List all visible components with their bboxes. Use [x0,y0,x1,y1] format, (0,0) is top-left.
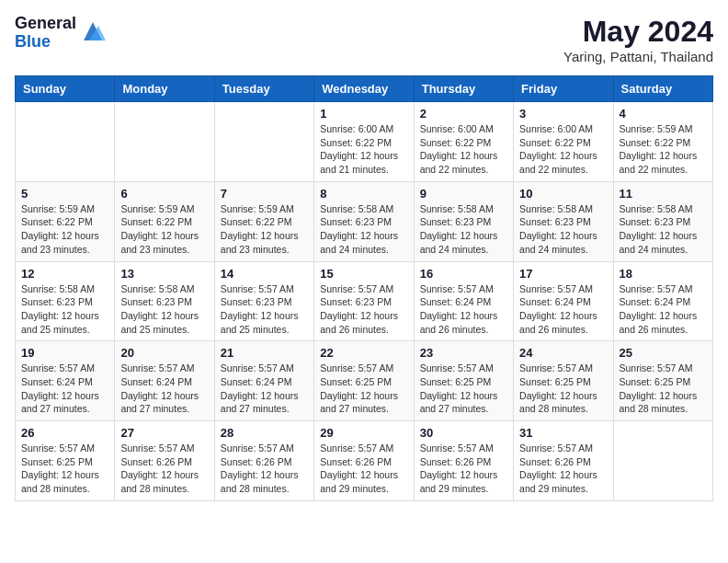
calendar-cell: 31Sunrise: 5:57 AM Sunset: 6:26 PM Dayli… [514,421,613,501]
day-number: 10 [519,187,607,201]
day-number: 2 [420,107,507,121]
weekday-header-monday: Monday [115,76,214,102]
calendar-cell: 28Sunrise: 5:57 AM Sunset: 6:26 PM Dayli… [214,421,313,501]
day-info: Sunrise: 5:57 AM Sunset: 6:24 PM Dayligh… [420,282,507,337]
day-info: Sunrise: 5:57 AM Sunset: 6:25 PM Dayligh… [320,362,407,416]
calendar-week-row: 19Sunrise: 5:57 AM Sunset: 6:24 PM Dayli… [16,341,713,421]
calendar-cell: 4Sunrise: 5:59 AM Sunset: 6:22 PM Daylig… [613,102,712,182]
logo-blue-text: Blue [15,33,76,52]
day-info: Sunrise: 5:57 AM Sunset: 6:24 PM Dayligh… [519,282,607,337]
weekday-header-wednesday: Wednesday [314,76,414,102]
day-info: Sunrise: 5:57 AM Sunset: 6:23 PM Dayligh… [320,282,407,337]
day-number: 22 [320,346,407,360]
day-number: 28 [221,426,308,440]
day-number: 8 [320,187,407,201]
title-section: May 2024 Yaring, Pattani, Thailand [563,15,713,64]
day-number: 14 [221,267,308,281]
calendar-week-row: 1Sunrise: 6:00 AM Sunset: 6:22 PM Daylig… [16,102,713,182]
day-info: Sunrise: 5:57 AM Sunset: 6:26 PM Dayligh… [519,442,607,496]
weekday-header-friday: Friday [514,76,613,102]
day-info: Sunrise: 5:57 AM Sunset: 6:24 PM Dayligh… [221,362,308,416]
day-info: Sunrise: 5:57 AM Sunset: 6:25 PM Dayligh… [620,362,707,416]
calendar-cell [115,102,214,182]
day-info: Sunrise: 5:58 AM Sunset: 6:23 PM Dayligh… [620,202,707,257]
calendar-cell [16,102,115,182]
day-info: Sunrise: 5:58 AM Sunset: 6:23 PM Dayligh… [21,282,108,337]
calendar-cell [214,102,313,182]
calendar-cell: 22Sunrise: 5:57 AM Sunset: 6:25 PM Dayli… [314,341,414,421]
calendar-cell: 21Sunrise: 5:57 AM Sunset: 6:24 PM Dayli… [214,341,313,421]
day-number: 4 [620,107,707,121]
calendar-cell: 10Sunrise: 5:58 AM Sunset: 6:23 PM Dayli… [514,181,613,261]
day-number: 15 [320,267,407,281]
logo-icon [80,18,106,44]
weekday-header-saturday: Saturday [613,76,712,102]
day-info: Sunrise: 5:59 AM Sunset: 6:22 PM Dayligh… [221,202,308,257]
weekday-header-tuesday: Tuesday [214,76,313,102]
calendar-cell: 7Sunrise: 5:59 AM Sunset: 6:22 PM Daylig… [214,181,313,261]
calendar-cell: 5Sunrise: 5:59 AM Sunset: 6:22 PM Daylig… [16,181,115,261]
weekday-header-thursday: Thursday [414,76,513,102]
day-info: Sunrise: 6:00 AM Sunset: 6:22 PM Dayligh… [420,122,507,177]
day-number: 21 [221,346,308,360]
day-number: 11 [620,187,707,201]
day-number: 26 [21,426,108,440]
calendar-cell: 9Sunrise: 5:58 AM Sunset: 6:23 PM Daylig… [414,181,513,261]
day-number: 12 [21,267,108,281]
calendar-cell: 12Sunrise: 5:58 AM Sunset: 6:23 PM Dayli… [16,261,115,341]
calendar-cell: 23Sunrise: 5:57 AM Sunset: 6:25 PM Dayli… [414,341,513,421]
calendar-cell: 15Sunrise: 5:57 AM Sunset: 6:23 PM Dayli… [314,261,414,341]
day-info: Sunrise: 5:58 AM Sunset: 6:23 PM Dayligh… [120,282,208,337]
day-info: Sunrise: 5:57 AM Sunset: 6:25 PM Dayligh… [420,362,507,416]
calendar-cell: 13Sunrise: 5:58 AM Sunset: 6:23 PM Dayli… [115,261,214,341]
day-info: Sunrise: 5:59 AM Sunset: 6:22 PM Dayligh… [21,202,108,257]
day-number: 29 [320,426,407,440]
calendar-header-row: SundayMondayTuesdayWednesdayThursdayFrid… [16,76,713,102]
calendar-week-row: 12Sunrise: 5:58 AM Sunset: 6:23 PM Dayli… [16,261,713,341]
day-number: 18 [620,267,707,281]
day-info: Sunrise: 5:59 AM Sunset: 6:22 PM Dayligh… [120,202,208,257]
day-info: Sunrise: 5:57 AM Sunset: 6:26 PM Dayligh… [221,442,308,496]
calendar-week-row: 5Sunrise: 5:59 AM Sunset: 6:22 PM Daylig… [16,181,713,261]
calendar-cell: 29Sunrise: 5:57 AM Sunset: 6:26 PM Dayli… [314,421,414,501]
day-number: 9 [420,187,507,201]
calendar-cell: 16Sunrise: 5:57 AM Sunset: 6:24 PM Dayli… [414,261,513,341]
weekday-header-sunday: Sunday [16,76,115,102]
calendar-cell: 8Sunrise: 5:58 AM Sunset: 6:23 PM Daylig… [314,181,414,261]
calendar-week-row: 26Sunrise: 5:57 AM Sunset: 6:25 PM Dayli… [16,421,713,501]
calendar-table: SundayMondayTuesdayWednesdayThursdayFrid… [15,75,713,501]
day-number: 7 [221,187,308,201]
day-info: Sunrise: 5:57 AM Sunset: 6:25 PM Dayligh… [519,362,607,416]
calendar-cell: 11Sunrise: 5:58 AM Sunset: 6:23 PM Dayli… [613,181,712,261]
calendar-cell: 30Sunrise: 5:57 AM Sunset: 6:26 PM Dayli… [414,421,513,501]
day-number: 27 [120,426,208,440]
day-info: Sunrise: 6:00 AM Sunset: 6:22 PM Dayligh… [519,122,607,177]
calendar-cell: 26Sunrise: 5:57 AM Sunset: 6:25 PM Dayli… [16,421,115,501]
calendar-cell: 1Sunrise: 6:00 AM Sunset: 6:22 PM Daylig… [314,102,414,182]
day-number: 5 [21,187,108,201]
day-info: Sunrise: 5:59 AM Sunset: 6:22 PM Dayligh… [620,122,707,177]
day-info: Sunrise: 5:57 AM Sunset: 6:26 PM Dayligh… [120,442,208,496]
day-info: Sunrise: 5:57 AM Sunset: 6:24 PM Dayligh… [620,282,707,337]
day-info: Sunrise: 5:58 AM Sunset: 6:23 PM Dayligh… [519,202,607,257]
day-number: 16 [420,267,507,281]
calendar-cell: 18Sunrise: 5:57 AM Sunset: 6:24 PM Dayli… [613,261,712,341]
calendar-cell: 24Sunrise: 5:57 AM Sunset: 6:25 PM Dayli… [514,341,613,421]
month-year-title: May 2024 [563,15,713,49]
calendar-cell: 14Sunrise: 5:57 AM Sunset: 6:23 PM Dayli… [214,261,313,341]
calendar-cell: 3Sunrise: 6:00 AM Sunset: 6:22 PM Daylig… [514,102,613,182]
logo: General Blue [15,15,106,52]
day-number: 23 [420,346,507,360]
day-number: 31 [519,426,607,440]
day-number: 3 [519,107,607,121]
day-number: 25 [620,346,707,360]
day-info: Sunrise: 5:58 AM Sunset: 6:23 PM Dayligh… [420,202,507,257]
day-number: 19 [21,346,108,360]
day-info: Sunrise: 5:57 AM Sunset: 6:26 PM Dayligh… [420,442,507,496]
page-header: General Blue May 2024 Yaring, Pattani, T… [15,15,713,64]
logo-general-text: General [15,15,76,33]
day-number: 17 [519,267,607,281]
calendar-cell: 25Sunrise: 5:57 AM Sunset: 6:25 PM Dayli… [613,341,712,421]
calendar-cell [613,421,712,501]
location-subtitle: Yaring, Pattani, Thailand [563,49,713,64]
